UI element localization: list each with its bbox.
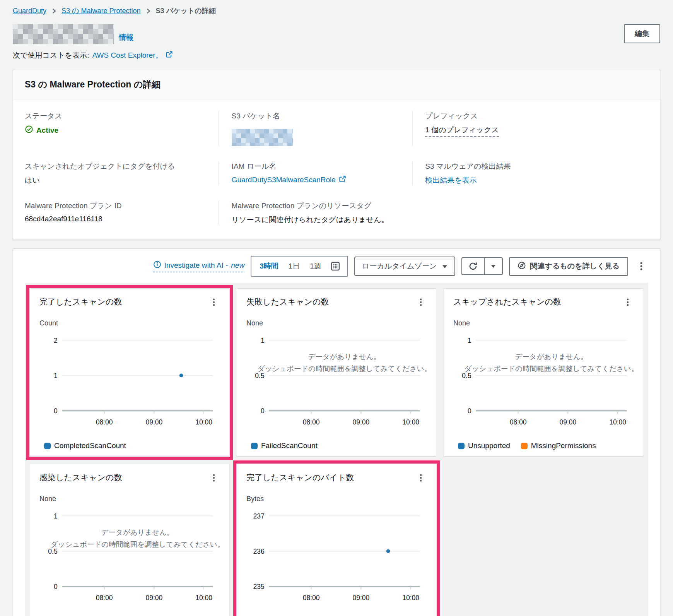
legend-label: FailedScanCount bbox=[261, 441, 318, 450]
page-title-block: 情報 次で使用コストを表示: AWS Cost Explorer。 bbox=[13, 24, 173, 60]
chevron-down-icon bbox=[442, 262, 448, 270]
field-label: プレフィックス bbox=[425, 111, 639, 121]
svg-text:08:00: 08:00 bbox=[96, 418, 113, 426]
svg-text:235: 235 bbox=[253, 583, 264, 591]
widget-kebab-menu[interactable] bbox=[208, 472, 220, 485]
y-axis-unit-label: None bbox=[453, 319, 634, 327]
svg-text:08:00: 08:00 bbox=[303, 418, 320, 426]
panel-kebab-menu[interactable] bbox=[634, 259, 648, 273]
info-link[interactable]: 情報 bbox=[119, 33, 133, 44]
edit-button[interactable]: 編集 bbox=[624, 24, 660, 43]
svg-text:09:00: 09:00 bbox=[145, 594, 162, 602]
field-value: Active bbox=[25, 125, 209, 135]
svg-text:0.5: 0.5 bbox=[255, 372, 264, 380]
timezone-dropdown[interactable]: ローカルタイムゾーン bbox=[354, 257, 456, 276]
external-link-icon bbox=[339, 175, 346, 185]
svg-text:10:00: 10:00 bbox=[609, 418, 626, 426]
calendar-picker-button[interactable] bbox=[326, 260, 344, 273]
svg-text:08:00: 08:00 bbox=[303, 594, 320, 602]
svg-text:0: 0 bbox=[468, 407, 471, 415]
svg-text:10:00: 10:00 bbox=[402, 418, 419, 426]
widget-title: 失敗したスキャンの数 bbox=[246, 296, 329, 307]
refresh-options-button[interactable] bbox=[485, 258, 502, 274]
field-prefix: プレフィックス1 個のプレフィックス bbox=[412, 111, 648, 146]
svg-text:0: 0 bbox=[261, 407, 265, 415]
legend-item: CompletedScanCount bbox=[44, 441, 126, 450]
widget-kebab-menu[interactable] bbox=[415, 296, 427, 309]
field-s3-bucket-name: S3 バケット名 bbox=[219, 111, 412, 146]
field-label: Malware Protection プランのリソースタグ bbox=[232, 201, 403, 211]
legend-swatch bbox=[44, 443, 51, 449]
svg-text:08:00: 08:00 bbox=[96, 594, 113, 602]
breadcrumb-item-2[interactable]: S3 の Malware Protection bbox=[61, 6, 141, 15]
svg-text:10:00: 10:00 bbox=[402, 594, 419, 602]
time-range-1[interactable]: 3時間 bbox=[255, 259, 284, 274]
chart-canvas: 10.5008:0009:0010:00データがありません。ダッシュボードの時間… bbox=[246, 330, 427, 439]
chart-widget-cell: 感染したスキャンの数None10.5008:0009:0010:00データがあり… bbox=[30, 464, 229, 616]
svg-text:データがありません。: データがありません。 bbox=[515, 352, 588, 361]
cost-explorer-link[interactable]: AWS Cost Explorer。 bbox=[92, 50, 163, 60]
svg-text:1: 1 bbox=[261, 337, 265, 344]
breadcrumb: GuardDutyS3 の Malware ProtectionS3 バケットの… bbox=[13, 6, 660, 15]
empty-grid-cell bbox=[444, 464, 643, 616]
chart-widget: 完了したスキャンのバイト数Bytes23723623508:0009:0010:… bbox=[237, 464, 436, 616]
status-text: Active bbox=[36, 126, 58, 135]
chart-canvas: 10.5008:0009:0010:00データがありません。ダッシュボードの時間… bbox=[39, 505, 220, 615]
field-value bbox=[232, 125, 403, 146]
refresh-button[interactable] bbox=[462, 258, 484, 274]
details-panel-header: S3 の Malware Protection の詳細 bbox=[13, 70, 660, 99]
svg-text:0: 0 bbox=[54, 407, 58, 415]
widget-title: スキップされたスキャンの数 bbox=[453, 296, 561, 307]
time-range-2[interactable]: 1日 bbox=[284, 259, 305, 274]
svg-text:09:00: 09:00 bbox=[559, 418, 576, 426]
field-label: Malware Protection プラン ID bbox=[25, 201, 209, 211]
investigate-with-ai-link[interactable]: Investigate with AI - new bbox=[153, 260, 245, 272]
svg-text:ダッシュボードの時間範囲を調整してみてください。: ダッシュボードの時間範囲を調整してみてください。 bbox=[258, 364, 427, 373]
field-value: リソースに関連付けられたタグはありません。 bbox=[232, 215, 403, 225]
svg-text:09:00: 09:00 bbox=[352, 594, 369, 602]
view-related-label: 関連するものを詳しく見る bbox=[530, 261, 620, 271]
widget-header: 完了したスキャンのバイト数 bbox=[246, 472, 427, 485]
field-iam-role-name: IAM ロール名GuardDutyS3MalwareScanRole bbox=[219, 161, 412, 185]
svg-text:08:00: 08:00 bbox=[510, 418, 527, 426]
chart-canvas: 21008:0009:0010:00 bbox=[39, 330, 220, 439]
legend-label: Unsupported bbox=[468, 441, 510, 450]
external-link-icon bbox=[166, 51, 173, 60]
breadcrumb-item-1[interactable]: GuardDuty bbox=[13, 7, 46, 15]
iam-role-link[interactable]: GuardDutyS3MalwareScanRole bbox=[232, 175, 346, 185]
investigate-new-badge: new bbox=[231, 261, 244, 270]
show-findings-link[interactable]: 検出結果を表示 bbox=[425, 175, 477, 185]
redacted-bucket-name bbox=[232, 129, 293, 146]
widget-kebab-menu[interactable] bbox=[208, 296, 220, 309]
redacted-plan-name bbox=[13, 24, 114, 44]
legend-item: MissingPermissions bbox=[521, 441, 596, 450]
svg-text:236: 236 bbox=[253, 548, 264, 556]
widget-legend: UnsupportedMissingPermissions bbox=[453, 441, 634, 450]
prefix-count-link[interactable]: 1 個のプレフィックス bbox=[425, 125, 499, 137]
widget-title: 感染したスキャンの数 bbox=[39, 472, 122, 483]
view-related-button[interactable]: 関連するものを詳しく見る bbox=[509, 257, 628, 276]
field-label: スキャンされたオブジェクトにタグを付ける bbox=[25, 161, 209, 171]
time-range-3[interactable]: 1週 bbox=[305, 259, 326, 274]
info-icon bbox=[153, 260, 161, 270]
svg-text:1: 1 bbox=[54, 372, 58, 380]
svg-text:ダッシュボードの時間範囲を調整してみてください。: ダッシュボードの時間範囲を調整してみてください。 bbox=[51, 540, 220, 548]
widget-kebab-menu[interactable] bbox=[622, 296, 634, 309]
cost-prefix: 次で使用コストを表示: bbox=[13, 50, 89, 60]
svg-text:0.5: 0.5 bbox=[48, 548, 57, 556]
svg-text:データがありません。: データがありません。 bbox=[308, 352, 381, 361]
widget-legend: CompletedScanCount bbox=[39, 441, 220, 450]
compass-icon bbox=[518, 261, 526, 272]
timezone-label: ローカルタイムゾーン bbox=[362, 261, 437, 271]
svg-text:0.5: 0.5 bbox=[462, 372, 471, 380]
field-status: ステータスActive bbox=[25, 111, 219, 146]
widget-legend: FailedScanCount bbox=[246, 441, 427, 450]
details-grid: ステータスActiveS3 バケット名プレフィックス1 個のプレフィックススキャ… bbox=[13, 99, 660, 240]
svg-text:237: 237 bbox=[253, 512, 264, 520]
chart-widget-cell: スキップされたスキャンの数None10.5008:0009:0010:00データ… bbox=[444, 288, 643, 457]
chart-canvas: 23723623508:0009:0010:00 bbox=[246, 505, 427, 615]
details-panel: S3 の Malware Protection の詳細 ステータスActiveS… bbox=[13, 70, 660, 240]
widget-header: 感染したスキャンの数 bbox=[39, 472, 220, 485]
field-value: 68cd4a2eaf911e116118 bbox=[25, 215, 209, 223]
widget-kebab-menu[interactable] bbox=[415, 472, 427, 485]
